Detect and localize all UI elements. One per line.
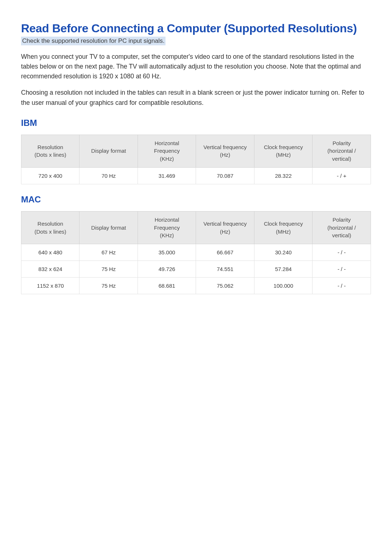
cell-resolution: 720 x 400: [21, 167, 79, 184]
cell-horizontal_freq: 68.681: [138, 278, 196, 294]
cell-horizontal_freq: 31.469: [138, 167, 196, 184]
cell-display_format: 70 Hz: [79, 167, 138, 184]
cell-clock_freq: 30.240: [254, 244, 312, 261]
col-header-clock_freq: Clock frequency(MHz): [254, 135, 312, 167]
col-header-horizontal_freq: HorizontalFrequency(KHz): [138, 211, 196, 244]
cell-polarity: - / +: [313, 167, 371, 184]
resolution-table: Resolution(Dots x lines)Display formatHo…: [21, 211, 371, 294]
cell-resolution: 832 x 624: [21, 261, 79, 278]
section-heading: MAC: [21, 194, 371, 205]
col-header-polarity: Polarity(horizontal /vertical): [313, 211, 371, 244]
resolution-table: Resolution(Dots x lines)Display formatHo…: [21, 135, 371, 184]
cell-horizontal_freq: 35.000: [138, 244, 196, 261]
col-header-polarity: Polarity(horizontal /vertical): [313, 135, 371, 167]
intro-paragraph-2: Choosing a resolution not included in th…: [21, 88, 371, 107]
col-header-display_format: Display format: [79, 135, 138, 167]
table-row: 1152 x 87075 Hz68.68175.062100.000- / -: [21, 278, 371, 294]
cell-clock_freq: 57.284: [254, 261, 312, 278]
cell-clock_freq: 28.322: [254, 167, 312, 184]
cell-display_format: 75 Hz: [79, 261, 138, 278]
cell-resolution: 1152 x 870: [21, 278, 79, 294]
section-heading: IBM: [21, 118, 371, 128]
col-header-clock_freq: Clock frequency(MHz): [254, 211, 312, 244]
cell-clock_freq: 100.000: [254, 278, 312, 294]
cell-vertical_freq: 75.062: [196, 278, 254, 294]
col-header-resolution: Resolution(Dots x lines): [21, 135, 79, 167]
col-header-vertical_freq: Vertical frequency(Hz): [196, 135, 254, 167]
cell-vertical_freq: 70.087: [196, 167, 254, 184]
table-row: 640 x 48067 Hz35.00066.66730.240- / -: [21, 244, 371, 261]
cell-resolution: 640 x 480: [21, 244, 79, 261]
col-header-vertical_freq: Vertical frequency(Hz): [196, 211, 254, 244]
table-row: 720 x 40070 Hz31.46970.08728.322- / +: [21, 167, 371, 184]
col-header-horizontal_freq: HorizontalFrequency(KHz): [138, 135, 196, 167]
col-header-resolution: Resolution(Dots x lines): [21, 211, 79, 244]
cell-display_format: 67 Hz: [79, 244, 138, 261]
page-title: Read Before Connecting a Computer (Suppo…: [21, 22, 371, 35]
cell-polarity: - / -: [313, 278, 371, 294]
table-row: 832 x 62475 Hz49.72674.55157.284- / -: [21, 261, 371, 278]
cell-vertical_freq: 66.667: [196, 244, 254, 261]
cell-display_format: 75 Hz: [79, 278, 138, 294]
cell-polarity: - / -: [313, 261, 371, 278]
col-header-display_format: Display format: [79, 211, 138, 244]
cell-vertical_freq: 74.551: [196, 261, 254, 278]
intro-paragraph-1: When you connect your TV to a computer, …: [21, 52, 371, 81]
page-subtitle: Check the supported resolution for PC in…: [21, 37, 166, 45]
cell-polarity: - / -: [313, 244, 371, 261]
cell-horizontal_freq: 49.726: [138, 261, 196, 278]
